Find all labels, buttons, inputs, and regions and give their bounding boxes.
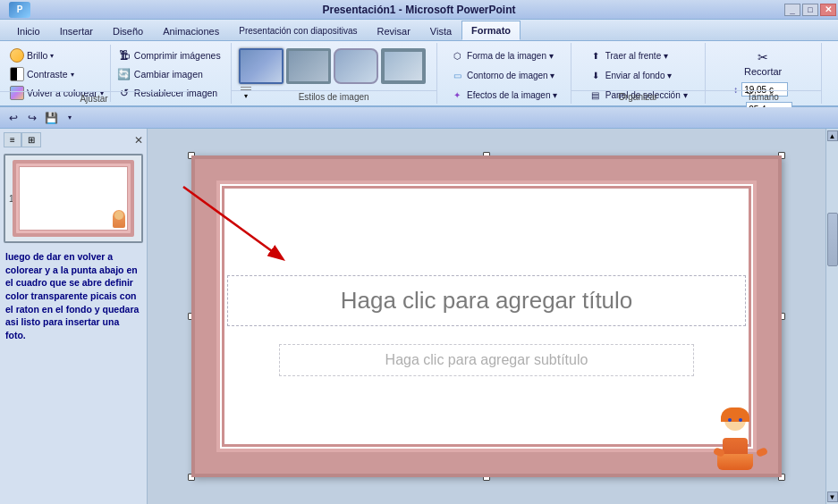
tab-vista[interactable]: Vista [420, 21, 461, 40]
tamaho-group: ✂ Recortar ↕ ↔ Tamaño [706, 43, 822, 104]
traer-icon: ⬆ [588, 48, 603, 63]
enviar-icon: ⬇ [588, 68, 603, 82]
forma-icon: ⬡ [450, 48, 464, 63]
tab-diseno[interactable]: Diseño [103, 21, 153, 40]
ribbon-content: Brillo ▾ Contraste ▾ Volver a colorear ▾… [0, 41, 838, 107]
panel-close[interactable]: ✕ [134, 134, 143, 147]
enviar-fondo-button[interactable]: ⬇ Enviar al fondo ▾ [584, 66, 692, 84]
tab-insertar[interactable]: Insertar [50, 21, 103, 40]
slide-thumbnail-1[interactable]: 1 [4, 154, 143, 243]
redo-button[interactable]: ↪ [24, 110, 40, 126]
contraste-icon [10, 67, 24, 81]
estilos-group: ▾ Estilos de imagen [232, 43, 437, 104]
vertical-scrollbar[interactable]: ▲ ▼ [825, 129, 838, 504]
imagen-opciones-group: ⬡ Forma de la imagen ▾ ▭ Contorno de ima… [437, 43, 571, 104]
scroll-up[interactable]: ▲ [827, 130, 838, 141]
style-thumb-4[interactable] [381, 48, 426, 84]
scroll-down[interactable]: ▼ [827, 491, 838, 502]
canvas-area: Haga clic para agregar título Haga clic … [148, 129, 825, 504]
contorno-icon: ▭ [450, 68, 464, 82]
quick-access-toolbar: ↩ ↪ 💾 ▾ [0, 107, 838, 129]
outline-tab[interactable]: ≡ [4, 132, 21, 147]
minimize-button[interactable]: _ [784, 4, 800, 16]
tab-revisar[interactable]: Revisar [368, 21, 420, 40]
cambiar-icon: 🔄 [117, 67, 131, 81]
slide-title-placeholder[interactable]: Haga clic para agregar título [227, 275, 746, 326]
contorno-imagen-button[interactable]: ▭ Contorno de imagen ▾ [445, 66, 562, 84]
handle-ml[interactable] [188, 313, 195, 320]
close-button[interactable]: ✕ [820, 4, 836, 16]
handle-tm[interactable] [483, 152, 490, 159]
style-thumb-3[interactable] [334, 48, 378, 84]
ribbon-tabs: Inicio Insertar Diseño Animaciones Prese… [0, 20, 838, 41]
handle-bm[interactable] [483, 474, 490, 481]
handle-br[interactable] [778, 474, 785, 481]
tab-inicio[interactable]: Inicio [7, 21, 50, 40]
main-area: ≡ ⊞ ✕ 1 luego de dar en volver a colorea… [0, 129, 838, 504]
ajustar-group: Brillo ▾ Contraste ▾ Volver a colorear ▾… [0, 43, 232, 104]
slide-panel: ≡ ⊞ ✕ 1 luego de dar en volver a colorea… [0, 129, 148, 504]
annotation-text: luego de dar en volver a colorear y a la… [4, 247, 143, 346]
brillo-button[interactable]: Brillo ▾ [5, 46, 108, 64]
save-button[interactable]: 💾 [43, 110, 59, 126]
cambiar-imagen-button[interactable]: 🔄 Cambiar imagen [113, 65, 225, 83]
recortar-button[interactable]: ✂ Recortar [733, 48, 792, 79]
slide-canvas[interactable]: Haga clic para agregar título Haga clic … [191, 155, 782, 477]
style-thumb-1[interactable] [239, 48, 284, 84]
tab-animaciones[interactable]: Animaciones [153, 21, 229, 40]
forma-imagen-button[interactable]: ⬡ Forma de la imagen ▾ [445, 46, 562, 64]
slide-subtitle-placeholder[interactable]: Haga clic para agregar subtítulo [279, 344, 694, 376]
efectos-icon: ✦ [450, 88, 464, 102]
undo-button[interactable]: ↩ [5, 110, 21, 126]
handle-tr[interactable] [778, 152, 785, 159]
contraste-button[interactable]: Contraste ▾ [5, 65, 108, 83]
slide-thumb-inner [13, 160, 135, 237]
slides-tab[interactable]: ⊞ [21, 132, 41, 147]
handle-tl[interactable] [188, 152, 195, 159]
handle-mr[interactable] [778, 313, 785, 320]
title-bar: P Presentación1 - Microsoft PowerPoint _… [0, 0, 838, 20]
brillo-icon [10, 48, 24, 63]
traer-frente-button[interactable]: ⬆ Traer al frente ▾ [584, 46, 692, 64]
organizar-group: ⬆ Traer al frente ▾ ⬇ Enviar al fondo ▾ … [571, 43, 706, 104]
handle-bl[interactable] [188, 474, 195, 481]
anime-character [710, 407, 771, 470]
scroll-track[interactable] [827, 143, 838, 490]
tamaho-label: Tamaño [706, 90, 821, 102]
tab-presentacion[interactable]: Presentación con diapositivas [229, 21, 367, 40]
organizar-label: Organizar [571, 90, 705, 102]
recortar-icon: ✂ [758, 50, 768, 64]
title-text: Presentación1 - Microsoft PowerPoint [322, 4, 515, 16]
more-button[interactable]: ▾ [62, 110, 78, 126]
restore-button[interactable]: □ [802, 4, 818, 16]
estilos-label: Estilos de imagen [232, 90, 436, 102]
efectos-imagen-button[interactable]: ✦ Efectos de la imagen ▾ [445, 86, 562, 104]
comprimir-icon: 🗜 [117, 48, 131, 63]
scroll-thumb[interactable] [827, 213, 838, 266]
style-thumb-2[interactable] [286, 48, 331, 84]
tab-formato[interactable]: Formato [461, 21, 521, 40]
comprimir-button[interactable]: 🗜 Comprimir imágenes [113, 46, 225, 64]
ajustar-label: Ajustar [0, 91, 188, 104]
